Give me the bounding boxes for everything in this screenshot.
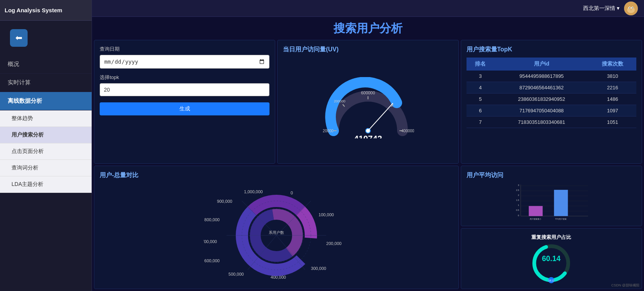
donut-container: 0 100,000 200,000 300,000 400,000 500,00… <box>100 183 453 284</box>
svg-text:400000: 400000 <box>401 129 414 133</box>
svg-point-5 <box>632 7 633 8</box>
col-userid: 用户id <box>495 58 589 71</box>
uv-panel-title: 当日用户访问量(UV) <box>283 46 453 54</box>
sidebar: Log Analysis System ⬅ 概况 实时计算 离线数据分析 整体趋… <box>0 0 92 291</box>
donut-panel: 用户-总量对比 0 100,000 200,000 300,000 400,00… <box>94 166 459 289</box>
table-row: 77183035180334068​11051 <box>467 117 636 128</box>
cell-user-id: 2386036183294095​2 <box>495 94 589 105</box>
bar-avg-search <box>554 190 568 216</box>
gauge-container: 600000 20000 400000 200000 410742 <box>283 58 453 158</box>
user-avatar <box>624 2 638 15</box>
topk-label: 选择topk <box>100 74 269 81</box>
svg-text:3: 3 <box>518 184 519 186</box>
sidebar-sub-user-search-label: 用户搜索分析 <box>12 132 44 138</box>
sidebar-item-overview[interactable]: 概况 <box>0 55 92 74</box>
sidebar-sub-lda-label: LDA主题分析 <box>12 181 43 187</box>
sidebar-logo-text: Log Analysis System <box>5 6 62 14</box>
back-button[interactable]: ⬅ <box>10 29 28 47</box>
svg-text:系用户数: 系用户数 <box>269 230 284 235</box>
svg-text:0: 0 <box>518 214 519 216</box>
bar-min-search <box>529 206 542 216</box>
sidebar-sub-trend[interactable]: 整体趋势 <box>0 110 92 127</box>
back-button-wrapper: ⬅ <box>0 21 92 55</box>
svg-text:700,000: 700,000 <box>204 239 217 244</box>
table-row: 671769470504040881097 <box>467 105 636 117</box>
topk-panel-title: 用户搜索量TopK <box>467 46 636 54</box>
svg-text:410742: 410742 <box>354 134 382 138</box>
svg-text:200,000: 200,000 <box>326 241 342 246</box>
donut-svg: 0 100,000 200,000 300,000 400,000 500,00… <box>204 187 349 279</box>
svg-text:用户搜索最小: 用户搜索最小 <box>530 218 541 220</box>
svg-text:500,000: 500,000 <box>228 272 244 276</box>
cell-rank: 4 <box>467 82 495 94</box>
donut-panel-title: 用户-总量对比 <box>100 171 453 179</box>
generate-button-label: 生成 <box>179 105 190 112</box>
avatar-icon <box>624 2 638 15</box>
svg-text:0.5: 0.5 <box>516 209 519 211</box>
svg-text:200000: 200000 <box>334 99 345 103</box>
svg-text:900,000: 900,000 <box>217 199 232 204</box>
content-grid: 查询日期 选择topk 生成 当日用户访问量(UV) <box>92 38 644 291</box>
table-row: 52386036183294095​21486 <box>467 94 636 105</box>
svg-text:800,000: 800,000 <box>204 217 220 222</box>
back-icon: ⬅ <box>15 33 22 43</box>
repeat-title: 重复搜索用户占比 <box>531 234 571 241</box>
svg-text:1: 1 <box>518 204 519 206</box>
sidebar-item-realtime[interactable]: 实时计算 <box>0 74 92 92</box>
query-panel: 查询日期 选择topk 生成 <box>94 40 275 164</box>
svg-text:2: 2 <box>518 194 519 196</box>
date-input[interactable] <box>100 55 269 69</box>
svg-point-4 <box>629 7 630 8</box>
generate-button[interactable]: 生成 <box>100 102 269 115</box>
avg-panel: 用户平均访问 3 2.5 2 1.5 1 0.5 0 <box>461 166 642 227</box>
svg-text:2.5: 2.5 <box>516 189 519 191</box>
gauge-svg: 600000 20000 400000 200000 410742 <box>322 77 414 138</box>
right-bottom-container: 用户平均访问 3 2.5 2 1.5 1 0.5 0 <box>461 166 642 289</box>
cell-rank: 6 <box>467 105 495 117</box>
page-title-bar: 搜索用户分析 <box>92 17 644 38</box>
sidebar-sub-trend-label: 整体趋势 <box>12 115 33 121</box>
sidebar-sub-user-search[interactable]: 用户搜索分析 <box>0 127 92 143</box>
svg-text:60.14: 60.14 <box>542 255 561 263</box>
topbar: 西北第一深情 ▾ <box>92 0 644 17</box>
col-count: 搜索次数 <box>589 58 636 71</box>
svg-line-18 <box>368 103 393 131</box>
sidebar-logo: Log Analysis System <box>5 6 62 14</box>
sidebar-item-overview-label: 概况 <box>8 61 19 67</box>
svg-text:300,000: 300,000 <box>311 266 326 271</box>
sidebar-item-realtime-label: 实时计算 <box>8 79 31 85</box>
sidebar-item-offline[interactable]: 离线数据分析 <box>0 92 92 110</box>
cell-rank: 3 <box>467 71 495 82</box>
page-title: 搜索用户分析 <box>92 19 644 38</box>
sidebar-sub-lda[interactable]: LDA主题分析 <box>0 176 92 193</box>
svg-text:1,000,000: 1,000,000 <box>244 189 263 194</box>
uv-panel: 当日用户访问量(UV) 600000 20000 400000 <box>277 40 458 164</box>
main-content: 西北第一深情 ▾ 搜索用户分析 查询日期 <box>92 0 644 291</box>
cell-user-id: 7183035180334068​1 <box>495 117 589 128</box>
sidebar-header: Log Analysis System <box>0 0 92 21</box>
svg-text:20000: 20000 <box>323 129 334 133</box>
sidebar-sub-query-word[interactable]: 查询词分析 <box>0 160 92 176</box>
cell-user-id: 8729046564461362 <box>495 82 589 94</box>
user-name[interactable]: 西北第一深情 ▾ <box>583 5 619 12</box>
cell-count: 3810 <box>589 71 636 82</box>
cell-user-id: 7176947050404088 <box>495 105 589 117</box>
cell-count: 1051 <box>589 117 636 128</box>
bar-chart-svg: 3 2.5 2 1.5 1 0.5 0 <box>467 183 636 221</box>
avg-panel-title: 用户平均访问 <box>467 171 636 179</box>
cell-count: 1097 <box>589 105 636 117</box>
topk-table: 排名 用户id 搜索次数 395444959886178953810487290… <box>467 58 636 128</box>
sidebar-sub-click-page[interactable]: 点击页面分析 <box>0 143 92 160</box>
svg-text:1.5: 1.5 <box>516 199 519 201</box>
table-row: 487290465644613622216 <box>467 82 636 94</box>
svg-text:平均用户搜索: 平均用户搜索 <box>555 218 567 220</box>
ring-svg: 60.14 18:12 <box>521 243 582 283</box>
footer-credit: CSDN @甜味橘阳 <box>611 283 639 288</box>
topk-input[interactable] <box>100 83 269 96</box>
date-label: 查询日期 <box>100 46 269 53</box>
sidebar-item-offline-label: 离线数据分析 <box>8 97 42 104</box>
svg-text:18:12: 18:12 <box>548 279 555 282</box>
svg-text:0: 0 <box>291 191 293 195</box>
col-rank: 排名 <box>467 58 495 71</box>
svg-text:100,000: 100,000 <box>319 212 334 217</box>
